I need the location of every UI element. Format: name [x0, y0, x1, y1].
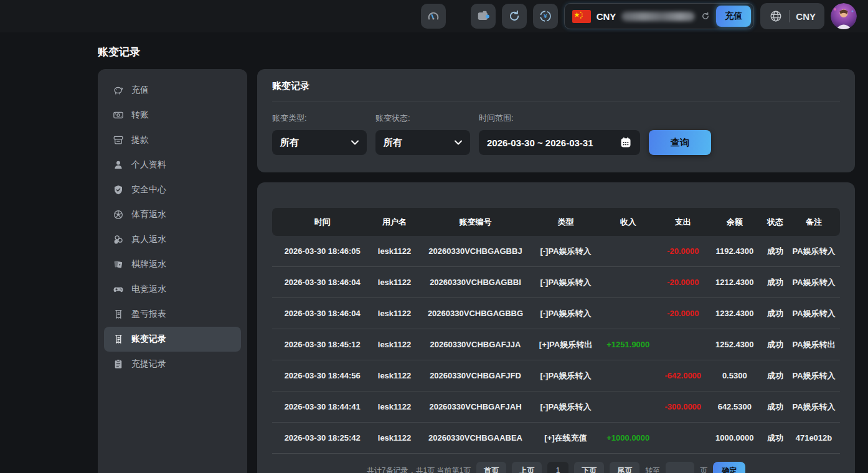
page-title: 账变记录	[98, 45, 868, 59]
cell-expense: -20.0000	[659, 246, 707, 256]
table-header-row: 时间用户名账变编号类型收入支出余额状态备注	[272, 208, 840, 236]
balance-currency-label: CNY	[597, 11, 616, 22]
sidebar-item-体育返水[interactable]: 体育返水	[104, 202, 241, 227]
sidebar-item-label: 提款	[131, 134, 149, 146]
cell-status: 成功	[763, 433, 788, 444]
refresh-button[interactable]	[502, 4, 527, 29]
table-row: 2026-03-30 18:46:04lesk112220260330VCHBG…	[272, 298, 840, 329]
currency-exchange-icon: ¥	[539, 9, 552, 23]
cell-time: 2026-03-30 18:45:12	[272, 340, 372, 349]
recharge-button[interactable]: 充值	[716, 6, 751, 27]
sidebar-item-转账[interactable]: 转账	[104, 103, 241, 128]
cell-balance: 1192.4300	[707, 246, 763, 256]
divider	[789, 10, 790, 22]
column-header: 备注	[788, 217, 840, 228]
sidebar-item-充提记录[interactable]: 充提记录	[104, 352, 241, 377]
cell-expense: -300.0000	[659, 402, 707, 411]
last-page-button[interactable]: 尾页	[610, 462, 639, 473]
withdrawal-icon	[113, 134, 124, 146]
quick-action-buttons: ¥	[421, 4, 558, 29]
cell-type: [+]在线充值	[534, 433, 597, 444]
cell-status: 成功	[763, 370, 788, 382]
user-avatar[interactable]	[831, 3, 857, 29]
cell-username: lesk1122	[372, 402, 416, 411]
cell-order-no: 20260330VCHBGAABEA	[417, 433, 535, 443]
cell-type: [-]PA娱乐转入	[534, 370, 597, 382]
cell-order-no: 20260330VCHBGAGBBI	[417, 278, 535, 287]
report-icon	[113, 309, 124, 320]
sidebar-item-棋牌返水[interactable]: 棋牌返水	[104, 252, 241, 277]
casino-chips-icon	[113, 234, 124, 245]
gamepad-icon	[113, 284, 124, 295]
table-row: 2026-03-30 18:46:04lesk112220260330VCHBG…	[272, 267, 840, 298]
date-range-input[interactable]: 2026-03-30 ~ 2026-03-31	[479, 130, 640, 155]
cell-balance: 1252.4300	[707, 340, 763, 349]
goto-confirm-button[interactable]: 确定	[713, 462, 745, 473]
cell-remark: PA娱乐转入	[788, 401, 840, 413]
search-button[interactable]: 查询	[649, 130, 711, 155]
type-filter-select[interactable]: 所有	[272, 130, 367, 155]
sidebar-item-真人返水[interactable]: 真人返水	[104, 227, 241, 252]
language-currency-selector[interactable]: CNY	[760, 3, 824, 29]
cell-type: [-]PA娱乐转入	[534, 401, 597, 413]
cell-time: 2026-03-30 18:46:05	[272, 246, 372, 256]
filter-panel: 账变记录 账变类型: 所有 账变状态: 所有 时	[257, 69, 855, 172]
sidebar-item-label: 转账	[131, 110, 149, 121]
records-panel: 时间用户名账变编号类型收入支出余额状态备注 2026-03-30 18:46:0…	[257, 182, 855, 473]
cell-expense: -20.0000	[659, 309, 707, 318]
cell-expense: -642.0000	[659, 371, 707, 380]
sidebar-item-label: 体育返水	[131, 209, 166, 220]
table-row: 2026-03-30 18:44:56lesk112220260330VCHBG…	[272, 360, 840, 391]
pagination: 共计7条记录，共1页 当前第1页 首页 上页 1 下页 尾页 转至 页 确定	[272, 462, 840, 473]
balance-pill: CNY 充值	[564, 3, 755, 29]
sidebar-item-label: 充提记录	[131, 358, 166, 370]
column-header: 类型	[534, 217, 597, 228]
sidebar-item-label: 安全中心	[131, 184, 166, 195]
gauge-button[interactable]	[421, 4, 446, 29]
sidebar-item-充值[interactable]: 充值	[104, 78, 241, 103]
cell-remark: 471e012b	[788, 433, 840, 443]
cell-username: lesk1122	[372, 278, 416, 287]
next-page-button[interactable]: 下页	[574, 462, 604, 473]
cell-status: 成功	[763, 339, 788, 350]
sidebar-item-个人资料[interactable]: 个人资料	[104, 152, 241, 177]
balance-refresh-icon[interactable]	[701, 11, 710, 21]
cell-balance: 1212.4300	[707, 278, 763, 287]
table-row: 2026-03-30 18:46:05lesk112220260330VCHBG…	[272, 236, 840, 267]
cell-username: lesk1122	[372, 246, 416, 256]
column-header: 用户名	[372, 217, 416, 228]
sidebar-item-label: 个人资料	[131, 159, 166, 171]
svg-text:¥: ¥	[544, 12, 547, 19]
table-row: 2026-03-30 18:25:42lesk112220260330VCHBG…	[272, 423, 840, 454]
sidebar-item-label: 账变记录	[131, 334, 166, 345]
cell-time: 2026-03-30 18:25:42	[272, 433, 372, 443]
calendar-icon	[620, 136, 632, 149]
sidebar-item-提款[interactable]: 提款	[104, 128, 241, 152]
panel-title: 账变记录	[272, 80, 840, 101]
wallet-button[interactable]	[471, 4, 496, 29]
cell-username: lesk1122	[372, 433, 416, 443]
cell-type: [-]PA娱乐转入	[534, 277, 597, 288]
prev-page-button[interactable]: 上页	[512, 462, 542, 473]
sidebar-item-账变记录[interactable]: 账变记录	[104, 327, 241, 352]
cell-username: lesk1122	[372, 371, 416, 380]
sidebar-item-盈亏报表[interactable]: 盈亏报表	[104, 302, 241, 327]
status-filter-select[interactable]: 所有	[375, 130, 470, 155]
column-header: 收入	[597, 217, 659, 228]
sidebar-item-安全中心[interactable]: 安全中心	[104, 177, 241, 202]
goto-page-input[interactable]	[666, 462, 694, 473]
sidebar-item-电竞返水[interactable]: 电竞返水	[104, 277, 241, 302]
cell-type: [-]PA娱乐转入	[534, 246, 597, 257]
cell-status: 成功	[763, 308, 788, 319]
cell-status: 成功	[763, 277, 788, 288]
wallet-icon	[476, 9, 490, 23]
currency-exchange-button[interactable]: ¥	[533, 4, 558, 29]
cell-status: 成功	[763, 401, 788, 413]
sidebar-item-label: 电竞返水	[131, 284, 166, 295]
avatar-image	[831, 3, 857, 29]
locale-currency-label: CNY	[796, 11, 816, 22]
first-page-button[interactable]: 首页	[476, 462, 506, 473]
chevron-down-icon	[455, 140, 462, 145]
piggy-bank-icon	[113, 85, 124, 96]
cell-username: lesk1122	[372, 340, 416, 349]
